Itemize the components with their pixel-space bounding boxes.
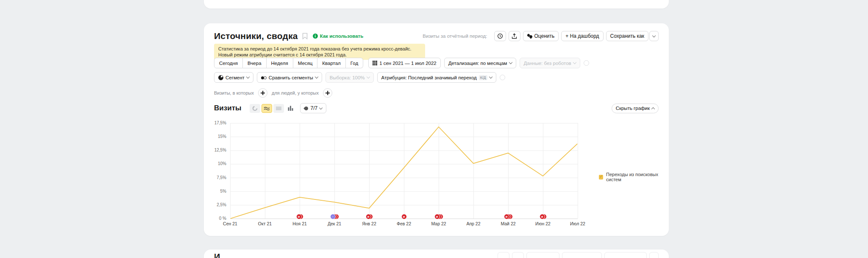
chevron-up-icon	[651, 107, 655, 110]
plot-area[interactable]	[230, 120, 578, 222]
y-tick-label: 17,5%	[214, 121, 226, 125]
chart-type-columns-button[interactable]	[285, 104, 296, 113]
annotation-badge-group[interactable]: и	[296, 214, 303, 220]
save-as-dropdown-button[interactable]	[649, 31, 659, 41]
for-people-label: для людей, у которых	[272, 90, 319, 95]
chevron-down-icon	[366, 75, 370, 79]
annotation-icon: и	[401, 214, 407, 219]
header-actions: Визиты за отчётный период: Оценить	[423, 31, 659, 41]
chart-type-donut-button[interactable]	[250, 104, 260, 113]
tab-quarter[interactable]: Квартал	[317, 58, 345, 68]
ghost-button[interactable]	[562, 252, 602, 258]
how-to-use-link[interactable]: i Как использовать	[313, 34, 364, 39]
donut-chart-icon	[252, 106, 258, 111]
rate-button[interactable]: Оценить	[523, 31, 559, 41]
annotation-icon: и	[296, 214, 302, 219]
period-tabs: Сегодня Вчера Неделя Месяц Квартал Год	[214, 58, 363, 68]
stacked-area-icon	[275, 106, 282, 111]
attribution-badge: К/Д	[479, 75, 487, 80]
chart-type-switcher	[250, 104, 296, 113]
y-tick-label: 7,5%	[217, 175, 226, 180]
annotation-badge-group[interactable]: и	[366, 214, 373, 220]
y-tick-label: 5%	[220, 189, 226, 194]
help-icon[interactable]	[500, 75, 505, 80]
annotation-icon: ▫	[330, 214, 336, 219]
page: Источники, сводка i Как использовать Виз…	[0, 0, 868, 258]
ghost-button[interactable]	[604, 252, 647, 258]
chevron-down-icon	[652, 34, 656, 37]
column-chart-icon	[288, 106, 293, 111]
attribution-dropdown[interactable]: Атрибуция: Последний значимый переход К/…	[377, 72, 496, 83]
compare-segments-dropdown[interactable]: Сравнить сегменты	[257, 72, 322, 83]
tab-today[interactable]: Сегодня	[214, 58, 243, 68]
visits-chart: 0 %2,5%5%7,5%10%12,5%15%17,5% Сен 21Окт …	[204, 120, 669, 230]
chart-type-area-button[interactable]	[273, 104, 284, 113]
chevron-down-icon	[573, 61, 576, 64]
report-header: Источники, сводка i Как использовать Виз…	[214, 30, 659, 42]
export-button[interactable]	[509, 31, 520, 41]
x-tick-label: Июл 22	[564, 221, 591, 226]
ghost-button[interactable]	[526, 252, 559, 258]
add-visit-condition-button[interactable]	[258, 88, 267, 98]
legend-label: Переходы из поисковых систем	[606, 172, 669, 182]
period-filter-row: Сегодня Вчера Неделя Месяц Квартал Год 1…	[214, 58, 589, 68]
sources-summary-card: Источники, сводка i Как использовать Виз…	[204, 23, 669, 236]
annotation-badge-group[interactable]: и	[540, 214, 547, 220]
x-tick-label: Янв 22	[356, 221, 383, 226]
y-tick-label: 2,5%	[217, 202, 226, 207]
annotation-badge-group[interactable]: ▫	[330, 214, 339, 220]
segment-dropdown[interactable]: Сегмент	[214, 72, 253, 83]
legend-swatch	[599, 175, 603, 179]
segment-pie-icon	[218, 75, 223, 80]
x-tick-label: Окт 21	[251, 221, 278, 226]
x-tick-label: Апр 22	[460, 221, 487, 226]
tab-month[interactable]: Месяц	[293, 58, 318, 68]
annotation-badge-group[interactable]: и	[434, 214, 443, 220]
chevron-down-icon	[489, 75, 492, 79]
chevron-down-icon	[319, 106, 323, 109]
ghost-button[interactable]	[498, 252, 509, 258]
data-mode-dropdown[interactable]: Данные: без роботов	[520, 58, 580, 68]
ghost-button[interactable]	[649, 252, 659, 258]
help-icon[interactable]	[584, 60, 589, 66]
bookmark-icon[interactable]	[302, 33, 308, 39]
annotation-icon: и	[434, 214, 440, 219]
ghost-button[interactable]	[512, 252, 524, 258]
annotation-badge-group[interactable]: и	[504, 214, 513, 220]
detalization-dropdown[interactable]: Детализация: по месяцам	[444, 58, 516, 68]
tab-week[interactable]: Неделя	[267, 58, 293, 68]
upload-icon	[512, 33, 517, 39]
save-as-button[interactable]: Сохранить как	[606, 31, 648, 41]
page-title: Источники, сводка	[214, 31, 298, 41]
compare-icon	[261, 75, 267, 80]
hide-chart-button[interactable]: Скрыть график	[612, 104, 659, 113]
y-tick-label: 12,5%	[214, 148, 226, 152]
calendar-icon	[373, 61, 377, 65]
tab-year[interactable]: Год	[346, 58, 363, 68]
y-axis-labels: 0 %2,5%5%7,5%10%12,5%15%17,5%	[204, 120, 227, 222]
chart-legend[interactable]: Переходы из поисковых систем	[599, 172, 669, 182]
segment-filter-row: Сегмент Сравнить сегменты Выборка: 100% …	[214, 72, 505, 83]
annotation-icon: и	[540, 214, 545, 219]
y-tick-label: 10%	[218, 161, 226, 166]
visits-title: Визиты	[214, 104, 241, 112]
date-range-button[interactable]: 1 сен 2021 — 1 июл 2022	[368, 58, 441, 68]
goals-dropdown[interactable]: 7/7	[300, 103, 326, 113]
history-button[interactable]	[494, 31, 506, 41]
report-period-label: Визиты за отчётный период:	[423, 34, 487, 39]
x-tick-label: Сен 21	[217, 221, 244, 226]
to-dashboard-button[interactable]: + На дашборд	[561, 31, 603, 41]
sampling-dropdown[interactable]: Выборка: 100%	[326, 72, 374, 83]
annotation-badge-group[interactable]: и	[401, 214, 407, 220]
tab-yesterday[interactable]: Вчера	[243, 58, 266, 68]
annotation-icon: и	[504, 214, 509, 219]
x-tick-label: Ноя 21	[286, 221, 313, 226]
x-tick-label: Май 22	[495, 221, 522, 226]
add-people-condition-button[interactable]	[323, 88, 332, 98]
visits-in-which-label: Визиты, в которых	[214, 90, 254, 95]
line-chart-icon	[264, 106, 270, 111]
y-tick-label: 15%	[218, 134, 226, 139]
chevron-down-icon	[315, 75, 318, 79]
chart-type-line-button[interactable]	[262, 104, 272, 113]
clock-icon	[497, 33, 503, 39]
